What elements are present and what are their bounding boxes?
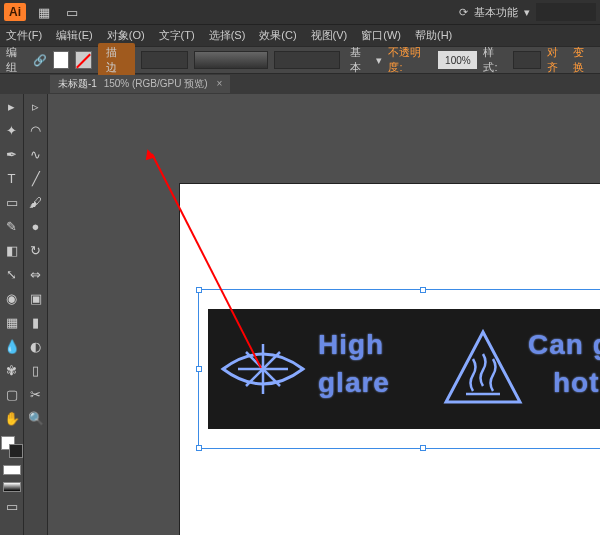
slice-tool[interactable]: ✂ — [26, 384, 46, 404]
stroke-weight-dropdown[interactable] — [141, 51, 188, 69]
workspace-label[interactable]: 基本功能 — [474, 5, 518, 20]
rotate-tool[interactable]: ↻ — [26, 240, 46, 260]
color-mode-swatch[interactable] — [3, 465, 21, 475]
width-tool[interactable]: ⇔ — [26, 264, 46, 284]
tab-name: 未标题-1 — [58, 78, 97, 89]
menu-object[interactable]: 对象(O) — [107, 28, 145, 43]
scale-tool[interactable]: ⤡ — [2, 264, 22, 284]
menu-effect[interactable]: 效果(C) — [259, 28, 296, 43]
gradient-tool[interactable]: ▮ — [26, 312, 46, 332]
menu-view[interactable]: 视图(V) — [311, 28, 348, 43]
menu-window[interactable]: 窗口(W) — [361, 28, 401, 43]
app-logo: Ai — [4, 3, 26, 21]
hand-tool[interactable]: ✋ — [2, 408, 22, 428]
transform-link[interactable]: 变换 — [573, 45, 594, 75]
shape-builder-tool[interactable]: ◉ — [2, 288, 22, 308]
menu-edit[interactable]: 编辑(E) — [56, 28, 93, 43]
close-tab-icon[interactable]: × — [216, 78, 222, 89]
toolbar-col-a: ▸ ✦ ✒ T ▭ ✎ ◧ ⤡ ◉ ▦ 💧 ✾ ▢ ✋ ▭ — [0, 94, 24, 535]
curvature-tool[interactable]: ∿ — [26, 144, 46, 164]
workspace: ▸ ✦ ✒ T ▭ ✎ ◧ ⤡ ◉ ▦ 💧 ✾ ▢ ✋ ▭ ▹ ◠ ∿ ╱ 🖌 … — [0, 94, 600, 535]
magic-wand-tool[interactable]: ✦ — [2, 120, 22, 140]
zoom-tool[interactable]: 🔍 — [26, 408, 46, 428]
resize-handle[interactable] — [196, 287, 202, 293]
brush-tool[interactable]: 🖌 — [26, 192, 46, 212]
opacity-label: 不透明度: — [388, 45, 432, 75]
align-link[interactable]: 对齐 — [547, 45, 568, 75]
document-tab[interactable]: 未标题-1 150% (RGB/GPU 预览) × — [50, 75, 230, 93]
label-can-get: Can get — [528, 329, 600, 361]
direct-selection-tool[interactable]: ▹ — [26, 96, 46, 116]
toolbar-col-b: ▹ ◠ ∿ ╱ 🖌 ● ↻ ⇔ ▣ ▮ ◐ ▯ ✂ 🔍 — [24, 94, 48, 535]
artboard-tool[interactable]: ▢ — [2, 384, 22, 404]
line-tool[interactable]: ╱ — [26, 168, 46, 188]
stroke-button[interactable]: 描边 — [98, 43, 135, 77]
type-tool[interactable]: T — [2, 168, 22, 188]
hot-triangle-icon — [438, 324, 528, 414]
bridge-icon[interactable]: ▦ — [34, 2, 54, 22]
label-hot: hot — [553, 367, 600, 399]
lasso-tool[interactable]: ◠ — [26, 120, 46, 140]
menu-help[interactable]: 帮助(H) — [415, 28, 452, 43]
fill-stroke-control[interactable] — [1, 436, 23, 458]
perspective-tool[interactable]: ▣ — [26, 288, 46, 308]
blend-tool[interactable]: ◐ — [26, 336, 46, 356]
resize-handle[interactable] — [420, 445, 426, 451]
menu-select[interactable]: 选择(S) — [209, 28, 246, 43]
rectangle-tool[interactable]: ▭ — [2, 192, 22, 212]
pen-tool[interactable]: ✒ — [2, 144, 22, 164]
search-box[interactable] — [536, 3, 596, 21]
stroke-swatch[interactable] — [75, 51, 92, 69]
brush-dropdown[interactable] — [194, 51, 269, 69]
screen-mode[interactable]: ▭ — [2, 496, 22, 516]
selection-tool[interactable]: ▸ — [2, 96, 22, 116]
document-tab-bar: 未标题-1 150% (RGB/GPU 预览) × — [0, 74, 600, 94]
resize-handle[interactable] — [196, 445, 202, 451]
resize-handle[interactable] — [420, 287, 426, 293]
canvas[interactable]: High glare Can get hot — [48, 94, 600, 535]
column-graph-tool[interactable]: ▯ — [26, 360, 46, 380]
profile-dropdown[interactable] — [274, 51, 339, 69]
symbol-sprayer-tool[interactable]: ✾ — [2, 360, 22, 380]
mesh-tool[interactable]: ▦ — [2, 312, 22, 332]
menu-file[interactable]: 文件(F) — [6, 28, 42, 43]
style-dropdown[interactable] — [513, 51, 541, 69]
chevron-down-icon[interactable]: ▾ — [376, 54, 382, 67]
selection-type-label: 编组 — [6, 45, 27, 75]
gradient-mode-swatch[interactable] — [3, 482, 21, 492]
style-label: 样式: — [483, 45, 506, 75]
label-high: High — [318, 329, 384, 361]
tab-info: 150% (RGB/GPU 预览) — [104, 78, 208, 89]
control-bar: 编组 🔗 描边 基本 ▾ 不透明度: 100% 样式: 对齐 变换 — [0, 46, 600, 74]
chevron-down-icon[interactable]: ▾ — [524, 6, 530, 19]
chain-icon[interactable]: 🔗 — [33, 54, 47, 67]
sync-icon[interactable]: ⟳ — [459, 6, 468, 19]
title-bar: Ai ▦ ▭ ⟳ 基本功能 ▾ — [0, 0, 600, 24]
eyedropper-tool[interactable]: 💧 — [2, 336, 22, 356]
menu-type[interactable]: 文字(T) — [159, 28, 195, 43]
resize-handle[interactable] — [196, 366, 202, 372]
blob-brush-tool[interactable]: ● — [26, 216, 46, 236]
glare-eye-icon — [218, 334, 308, 404]
eraser-tool[interactable]: ◧ — [2, 240, 22, 260]
arrange-icon[interactable]: ▭ — [62, 2, 82, 22]
fill-swatch[interactable] — [53, 51, 70, 69]
pencil-tool[interactable]: ✎ — [2, 216, 22, 236]
artwork-panel[interactable]: High glare Can get hot — [208, 309, 600, 429]
graphic-style-label: 基本 — [350, 45, 371, 75]
menu-bar: 文件(F) 编辑(E) 对象(O) 文字(T) 选择(S) 效果(C) 视图(V… — [0, 24, 600, 46]
label-glare: glare — [318, 367, 390, 399]
opacity-value[interactable]: 100% — [438, 51, 477, 69]
